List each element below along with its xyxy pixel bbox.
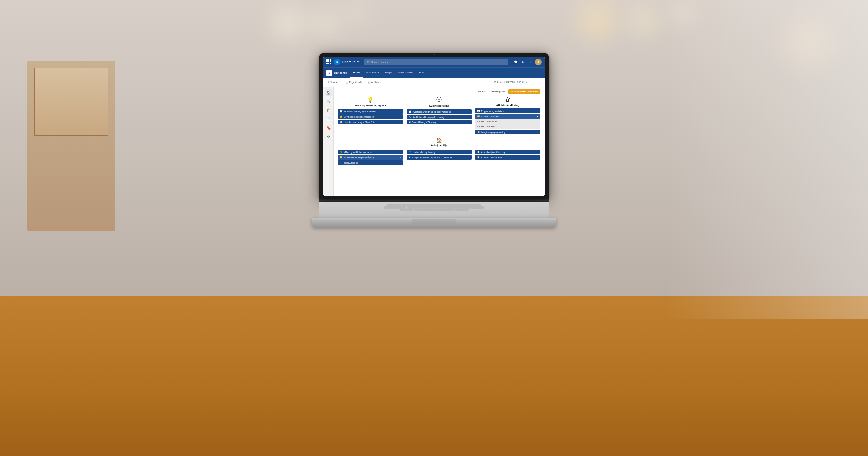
rail-settings-icon[interactable]: ⚙ xyxy=(325,133,332,140)
bokeh-light xyxy=(576,0,617,41)
item-icon: ⚠ xyxy=(340,161,342,164)
item-icon: 🖥 xyxy=(409,121,411,123)
waffle-dot xyxy=(326,59,328,61)
list-item[interactable]: 📋 Arbejdsmiljøcertificeringer xyxy=(475,150,540,154)
list-item[interactable]: 🔄 Indkøb af bæredygtige materialer xyxy=(338,109,403,114)
reports-link[interactable]: Reports xyxy=(476,89,488,94)
list-item[interactable]: Sortering af metal xyxy=(475,124,540,129)
sp-sitenav: B bmf-demo Home Documents Pages Site con… xyxy=(323,67,545,78)
analytics-button[interactable]: 📊 Analytics xyxy=(366,80,382,84)
arbejdsmiljo-grid: 🌿 Miljø- og kvalitetsuddannelse 📁 Kvalit… xyxy=(336,150,542,165)
item-icon: 📁 xyxy=(477,115,480,118)
laptop-keyboard xyxy=(319,202,549,218)
list-item[interactable]: 👤 Uddannelse og træning xyxy=(407,150,472,154)
site-name-label[interactable]: bmf-demo xyxy=(334,71,347,74)
waffle-dot xyxy=(330,61,331,62)
item-icon: 📋 xyxy=(409,110,412,113)
nav-home[interactable]: Home xyxy=(350,68,363,78)
list-item[interactable]: 🔒 Sikring i produktionsprocessen xyxy=(338,114,403,119)
item-label: Arbejdsmiljøcertificeringer xyxy=(481,151,507,153)
page-details-button[interactable]: 📄 Page details xyxy=(344,80,363,84)
list-item[interactable]: 📋 Kvalitetsplanlægning og risikovurderin… xyxy=(407,109,472,114)
list-item-expanded[interactable]: 📁 Sortering af affald ▾ xyxy=(475,114,540,119)
bokeh-light xyxy=(312,10,339,37)
search-icon: 🔍 xyxy=(367,61,370,64)
nav-site-contents[interactable]: Site contents xyxy=(395,68,416,78)
nav-edit[interactable]: Edit xyxy=(416,68,427,78)
search-box[interactable]: 🔍 Search this site xyxy=(364,59,508,65)
kvalitet-icon xyxy=(436,97,442,103)
item-label: Arbejdsrelaterede sygdomme og sundhed xyxy=(412,156,453,159)
key xyxy=(394,204,402,206)
arbejdsmiljo-col3: 📋 Arbejdsmiljøcertificeringer 📋 Arbejdsp… xyxy=(475,150,540,165)
sharepoint-app: S SharePoint 🔍 Search this site 💬 ⚙ ? xyxy=(323,57,545,196)
arbejdsmiljo-title: Arbejdsmiljø xyxy=(336,144,542,147)
keyboard-rows xyxy=(326,204,542,211)
toolbar-right: Published 9/4/2023 ✎ Edit ⤢ xyxy=(494,81,528,84)
list-item[interactable]: 📋 Arbejdspladsvurdering xyxy=(475,155,540,160)
nav-documents[interactable]: Documents xyxy=(363,68,382,78)
kvalitet-title: Kvalitetsstyring xyxy=(429,104,449,107)
key xyxy=(430,206,438,209)
key xyxy=(462,206,470,209)
help-icon-button[interactable]: ? xyxy=(528,59,534,65)
rail-pages-icon[interactable]: 🔖 xyxy=(325,124,332,131)
chat-icon-button[interactable]: 💬 xyxy=(513,59,519,65)
new-button[interactable]: + New ▾ xyxy=(326,80,338,84)
list-item[interactable]: 🌿 Miljø- og kvalitetsuddannelse xyxy=(338,150,403,154)
keyboard-row xyxy=(326,206,542,209)
list-item[interactable]: 🖥 Guide til brug af Timelog xyxy=(407,120,472,124)
settings-icon-button[interactable]: ⚙ xyxy=(520,59,526,65)
item-icon: 👤 xyxy=(409,151,412,153)
list-item[interactable]: 🔧 Kvalitetsauditering og forbedring xyxy=(407,115,472,119)
list-item-expanded[interactable]: 📁 Kvalitetskontrol og overvågning ▾ xyxy=(338,155,403,160)
list-item[interactable]: ❤ Arbejdsrelaterede sygdomme og sundhed xyxy=(407,155,472,160)
list-item[interactable]: Sortering af bioaffald xyxy=(475,119,540,124)
waffle-dot xyxy=(326,63,328,64)
list-item[interactable]: 📊 Rapporter og statistiker xyxy=(475,108,540,113)
edit-button[interactable]: ✎ Edit xyxy=(517,81,524,84)
expand-button[interactable]: ⤢ xyxy=(526,81,528,84)
analytics-label: 📊 Analytics xyxy=(368,81,381,84)
site-logo: B xyxy=(326,70,332,76)
rail-search-icon[interactable]: 🔍 xyxy=(325,98,332,105)
key xyxy=(474,204,481,206)
arbejdsmiljo-header: 🏠 Arbejdsmiljø xyxy=(336,138,542,147)
arbejdsmiljo-section: 🏠 Arbejdsmiljø 🌿 Miljø- og xyxy=(336,138,542,165)
background-floor xyxy=(0,296,868,456)
item-label: Risikovurdering xyxy=(343,162,358,164)
spacebar-key xyxy=(414,209,454,211)
list-item[interactable]: 📜 Lovgivning og regulering xyxy=(475,130,540,134)
item-label: Indkøb af bæredygtige materialer xyxy=(344,110,376,113)
list-item[interactable]: 🏠 Hvordan man bruger SharePoint xyxy=(338,120,403,124)
item-icon: 📋 xyxy=(477,151,480,153)
keyboard-row xyxy=(326,209,542,211)
key xyxy=(410,204,418,206)
rail-activity-icon[interactable]: 📋 xyxy=(325,107,332,114)
waffle-dot xyxy=(330,63,331,64)
bokeh-light xyxy=(346,3,366,24)
app-name-label: SharePoint xyxy=(342,60,360,64)
warning-icon: ⚠ xyxy=(511,90,513,93)
laptop-base xyxy=(312,218,556,227)
nav-pages[interactable]: Pages xyxy=(382,68,395,78)
list-item[interactable]: ⚠ Risikovurdering xyxy=(338,160,403,165)
category-kvalitet: Kvalitetsstyring 📋 Kvalitetsplanlægning … xyxy=(407,97,472,134)
keyboard-row xyxy=(326,204,542,206)
key xyxy=(426,204,434,206)
rail-docs-icon[interactable]: 📄 xyxy=(325,116,332,122)
indberet-button[interactable]: ⚠ ⚠ Indberet hændelse xyxy=(508,89,540,94)
key xyxy=(402,204,410,206)
laptop-screen: S SharePoint 🔍 Search this site 💬 ⚙ ? xyxy=(323,57,545,196)
waffle-menu[interactable] xyxy=(326,59,332,65)
key xyxy=(466,204,474,206)
riskregister-link[interactable]: Riskregister xyxy=(490,89,506,94)
item-label: Sortering af metal xyxy=(477,125,494,128)
key xyxy=(438,206,446,209)
chevron-down-icon: ▾ xyxy=(400,156,401,159)
rail-home-icon[interactable]: 🏠 xyxy=(325,89,332,96)
user-avatar[interactable]: A xyxy=(535,59,542,65)
item-label: Lovgivning og regulering xyxy=(481,131,505,133)
laptop-trackpad[interactable] xyxy=(412,219,456,224)
item-label: Kvalitetsauditering og forbedring xyxy=(413,116,444,118)
